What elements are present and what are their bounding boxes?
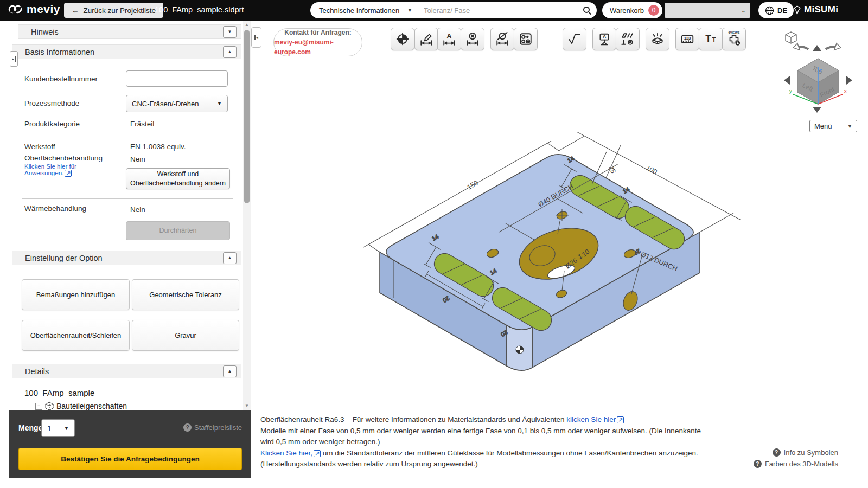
dim-length-150: 150 <box>466 179 480 191</box>
delete-dimension-button[interactable] <box>461 28 484 50</box>
kundenbestellnummer-input[interactable] <box>126 70 228 87</box>
text-size-button[interactable]: TT <box>699 28 723 50</box>
search-category-select[interactable]: Technische Informationen ▼ <box>310 2 418 18</box>
chevron-down-icon: ▼ <box>847 124 852 129</box>
project-select[interactable]: ⌄ <box>665 3 750 18</box>
back-to-projects-button[interactable]: ← Zurück zur Projektliste <box>64 3 163 18</box>
language-button[interactable]: DE <box>758 2 794 18</box>
surface-roughness-tool-button[interactable] <box>563 28 586 50</box>
add-dimensions-button[interactable]: Bemaßungen hinzufügen <box>22 279 130 310</box>
scroll-down-icon[interactable]: ▼ <box>243 402 251 410</box>
standard-tolerance-link[interactable]: Klicken Sie hier, <box>260 449 312 457</box>
datum-target-button[interactable] <box>391 28 414 50</box>
section-header-option[interactable]: Einstellung der Option ▲ <box>12 251 241 265</box>
change-material-line1: Werkstoff und <box>157 170 199 178</box>
hide-dimension-icon <box>495 32 509 46</box>
change-material-line2: Oberflächenbehandlung ändern <box>130 179 226 188</box>
hide-dimension-button[interactable] <box>490 28 514 50</box>
search-category-value: Technische Informationen <box>319 7 399 15</box>
surface-roughness-label: Oberflächenrauheit/Schleifen <box>30 331 122 339</box>
oberflaechenbehandlung-label: Oberflächenbehandlung <box>24 154 103 162</box>
kundenbestellnummer-label: Kundenbestellnummer <box>24 75 98 83</box>
svg-text:6VIEWS: 6VIEWS <box>729 31 740 34</box>
confirm-request-button[interactable]: Bestätigen Sie die Anfragebedingungen <box>18 448 242 470</box>
anweisungen-link[interactable]: Klicken Sie hier für Anweisungen.↗ <box>24 163 76 177</box>
symbols-info-link[interactable]: ? Info zu Symbolen <box>773 448 838 457</box>
engraving-label: Gravur <box>175 331 196 339</box>
section-header-hinweis[interactable]: Hinweis ▼ <box>18 24 241 39</box>
cad-viewport[interactable]: 14 20 14 20 14 <box>260 81 749 396</box>
rotate-up-icon[interactable] <box>813 45 821 51</box>
hole-group-icon <box>519 32 533 46</box>
geometric-tolerance-button[interactable]: Geometrische Toleranz <box>132 279 239 310</box>
datum-frame-icon: A <box>597 32 611 46</box>
collapse-option-button[interactable]: ▲ <box>223 252 237 264</box>
cart-button[interactable]: Warenkorb 0 <box>602 2 662 18</box>
datum-frame-button[interactable]: A <box>592 28 616 50</box>
rotate-right-icon[interactable] <box>826 47 835 49</box>
tree-collapse-icon[interactable]: − <box>35 403 42 410</box>
section-header-basis[interactable]: Basis Informationen ▲ <box>12 44 241 59</box>
geometric-tolerance-tool-button[interactable] <box>616 28 640 50</box>
add-dimension-button[interactable] <box>414 28 438 50</box>
rotate-down-icon[interactable] <box>813 107 821 113</box>
expand-hinweis-button[interactable]: ▼ <box>223 26 237 38</box>
section-header-details[interactable]: Details ▲ <box>12 364 241 378</box>
change-material-button[interactable]: Werkstoff und Oberflächenbehandlung ände… <box>126 168 230 189</box>
quantity-select[interactable]: 1 ▼ <box>41 419 75 437</box>
staffelpreisliste-link[interactable]: ? Staffelpreisliste <box>183 423 242 432</box>
surface-roughness-button[interactable]: Oberflächenrauheit/Schleifen <box>22 320 130 351</box>
viewer-area: ◂ Kontakt für Anfragen: meviy-eu@misumi-… <box>251 21 868 488</box>
quantity-label: Menge <box>18 423 42 432</box>
rotate-cube-left-icon[interactable] <box>784 76 790 85</box>
prozessmethode-select[interactable]: CNC-Fräsen/-Drehen ▼ <box>126 95 228 112</box>
scroll-up-icon[interactable]: ▲ <box>243 21 251 29</box>
standard-tolerance-link-label: Klicken Sie hier, <box>260 449 312 457</box>
rotate-left-icon[interactable] <box>799 47 808 49</box>
tree-node-label: Bauteileigenschaften <box>56 402 127 410</box>
search-icon[interactable] <box>577 6 597 15</box>
note-tolerance-text: um die Standardtoleranz der mittleren Gü… <box>323 449 698 457</box>
measure-ruler-button[interactable]: 123 <box>675 28 699 50</box>
confirm-request-label: Bestätigen Sie die Anfragebedingungen <box>61 455 199 463</box>
model-colors-link[interactable]: ? Farben des 3D-Modells <box>754 460 838 468</box>
search-input[interactable] <box>418 7 577 15</box>
note-material-text: Für weitere Informationen zu Materialsta… <box>353 415 565 423</box>
collapse-details-button[interactable]: ▲ <box>223 365 237 377</box>
view-cube-widget[interactable]: Top Left Front y x z <box>760 31 860 126</box>
hole-group-button[interactable] <box>514 28 538 50</box>
view-menu-button[interactable]: Menü ▼ <box>809 120 857 132</box>
language-code: DE <box>777 7 787 15</box>
scrollbar-thumb[interactable] <box>244 30 250 203</box>
dimension-text-button[interactable]: A <box>437 28 461 50</box>
contact-email[interactable]: meviy-eu@misumi-europe.com <box>274 37 362 57</box>
dimension-text-icon: A <box>442 32 456 46</box>
geometric-tolerance-label: Geometrische Toleranz <box>149 291 221 299</box>
material-standards-link[interactable]: klicken Sie hier <box>566 415 616 423</box>
rotate-cube-right-icon[interactable] <box>846 76 852 85</box>
edit-dimension-icon <box>419 32 433 46</box>
axis-x-label: x <box>844 88 847 94</box>
durchhaerten-button[interactable]: Durchhärten <box>126 221 230 240</box>
svg-text:123: 123 <box>684 36 691 41</box>
model-colors-label: Farben des 3D-Modells <box>765 460 838 468</box>
panel-expand-handle[interactable]: ▸ <box>10 51 18 67</box>
text-size-icon: TT <box>704 32 718 46</box>
engraving-tool-button[interactable] <box>646 28 669 50</box>
sidebar-scrollbar[interactable]: ▲ ▼ <box>243 21 251 410</box>
six-views-button[interactable]: 6VIEWS <box>722 28 746 50</box>
meviy-logo[interactable]: meviy <box>8 3 60 16</box>
staffelpreisliste-label: Staffelpreisliste <box>194 423 242 432</box>
home-view-icon[interactable] <box>786 32 796 43</box>
panel-collapse-handle[interactable]: ◂ <box>251 27 261 48</box>
tree-root-part[interactable]: 100_FAmp_sample <box>24 388 94 397</box>
waermebehandlung-value: Nein <box>130 206 145 214</box>
six-views-icon: 6VIEWS <box>726 31 742 47</box>
hinweis-title: Hinweis <box>31 28 59 36</box>
engraving-button[interactable]: Gravur <box>132 320 239 351</box>
produktkategorie-label: Produktkategorie <box>24 120 80 128</box>
top-bar: meviy ← Zurück zur Projektliste 100_FAmp… <box>0 0 868 21</box>
collapse-basis-button[interactable]: ▲ <box>223 46 237 58</box>
anweisungen-link-line1: Klicken Sie hier für <box>24 163 76 170</box>
roughness-check-icon <box>567 32 582 46</box>
